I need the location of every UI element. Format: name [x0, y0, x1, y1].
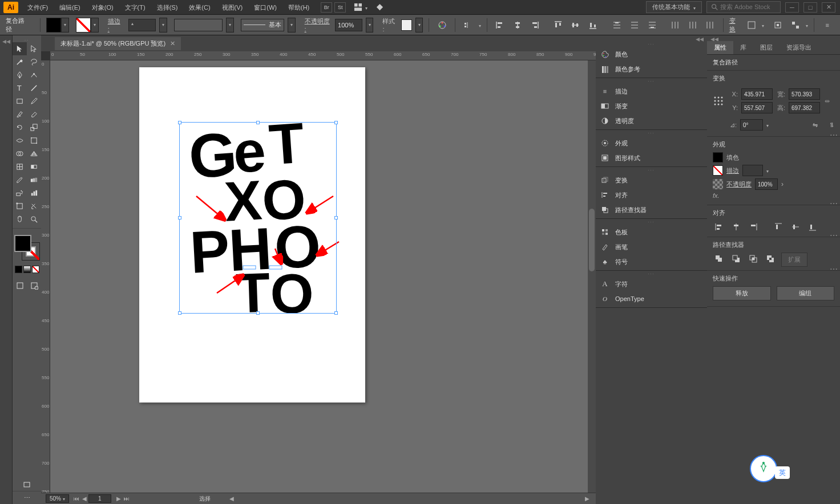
align-bottom-icon[interactable] — [586, 18, 600, 32]
stroke-weight-dropdown[interactable] — [159, 18, 167, 32]
dist-bottom-icon[interactable] — [645, 18, 659, 32]
menu-view[interactable]: 视图(V) — [216, 0, 249, 15]
menu-help[interactable]: 帮助(H) — [282, 0, 315, 15]
transform-label[interactable]: 变换 — [729, 17, 741, 34]
free-transform-tool[interactable] — [27, 134, 41, 147]
rp-align-top-icon[interactable] — [772, 221, 785, 233]
pf-minus-icon[interactable] — [730, 253, 742, 265]
stroke-ap-input[interactable] — [742, 165, 763, 176]
align-left-icon[interactable] — [493, 18, 507, 32]
stroke-swatch[interactable] — [76, 18, 91, 32]
rp-align-vcenter-icon[interactable] — [789, 221, 802, 233]
w-input[interactable]: 570.393 — [789, 88, 820, 100]
zoom-tool[interactable] — [27, 213, 41, 226]
menu-effect[interactable]: 效果(C) — [183, 0, 216, 15]
collapse-dock-icon[interactable]: ◂◂ — [696, 36, 704, 40]
fx-label[interactable]: fx. — [713, 192, 720, 199]
edit-contents-icon[interactable] — [789, 18, 803, 32]
angle-input[interactable]: 0° — [740, 119, 763, 131]
panel-appearance[interactable]: 外观 — [596, 136, 707, 151]
menu-file[interactable]: 文件(F) — [22, 0, 54, 15]
menu-edit[interactable]: 编辑(E) — [54, 0, 86, 15]
edit-toolbar-icon[interactable]: ⋯ — [13, 491, 41, 504]
curvature-tool[interactable] — [27, 68, 41, 82]
scroll-right-icon[interactable]: ▶ — [583, 495, 591, 503]
rp-align-right-icon[interactable] — [747, 221, 760, 233]
pf-expand-button[interactable]: 扩展 — [781, 253, 807, 267]
draw-normal-icon[interactable] — [13, 279, 27, 292]
menu-window[interactable]: 窗口(W) — [248, 0, 282, 15]
panel-gradient[interactable]: 渐变 — [596, 99, 707, 113]
opacity-ap-swatch[interactable] — [713, 179, 723, 189]
align-top-icon[interactable] — [551, 18, 565, 32]
workspace-dropdown[interactable]: 传统基本功能 — [646, 1, 702, 13]
gradient-mode-icon[interactable] — [23, 266, 31, 273]
column-graph-tool[interactable] — [27, 186, 41, 200]
perspective-grid-tool[interactable] — [27, 147, 41, 160]
recolor-icon[interactable] — [435, 18, 449, 32]
style-swatch[interactable] — [401, 19, 412, 31]
width-tool[interactable] — [13, 134, 27, 147]
fill-ap-swatch[interactable] — [713, 152, 723, 162]
canvas[interactable]: G e T X O P H O T O — [50, 60, 596, 493]
panel-pathfinder[interactable]: 路径查找器 — [596, 202, 707, 217]
pf-intersect-icon[interactable] — [747, 253, 760, 265]
brush-def[interactable]: 基本 — [241, 19, 284, 31]
tab-close-icon[interactable]: ✕ — [170, 40, 175, 47]
magic-wand-tool[interactable] — [13, 55, 27, 68]
line-tool[interactable] — [27, 82, 41, 95]
document-tab[interactable]: 未标题-1.ai* @ 50% (RGB/GPU 预览) ✕ — [55, 37, 181, 50]
panel-transparency[interactable]: 透明度 — [596, 113, 707, 128]
panel-swatches[interactable]: 色板 — [596, 225, 707, 239]
maximize-button[interactable]: □ — [803, 2, 817, 13]
dist-left-icon[interactable] — [668, 18, 682, 32]
panel-color-guide[interactable]: 颜色参考 — [596, 62, 707, 76]
last-artboard-icon[interactable]: ⏭ — [123, 495, 131, 503]
rectangle-tool[interactable] — [13, 95, 27, 108]
vertical-scrollbar[interactable] — [588, 60, 596, 493]
release-button[interactable]: 释放 — [713, 286, 771, 300]
toolbox-grip[interactable] — [13, 38, 41, 42]
eyedropper-tool[interactable] — [13, 173, 27, 186]
align-hcenter-icon[interactable] — [510, 18, 524, 32]
draw-behind-icon[interactable] — [27, 279, 41, 292]
panel-align[interactable]: 对齐 — [596, 188, 707, 202]
gradient-tool[interactable] — [27, 160, 41, 173]
opacity-dropdown[interactable] — [366, 18, 373, 32]
rp-align-bottom-icon[interactable] — [806, 221, 819, 233]
panel-transform[interactable]: 变换 — [596, 173, 707, 188]
close-button[interactable]: ✕ — [822, 2, 835, 13]
bridge-icon[interactable]: Br — [321, 2, 332, 13]
collapse-right-icon[interactable]: ◂◂ — [710, 36, 718, 40]
x-input[interactable]: 435.971 — [741, 88, 773, 100]
prev-artboard-icon[interactable]: ◀ — [80, 495, 88, 503]
style-dropdown[interactable] — [415, 18, 423, 32]
mesh-tool[interactable] — [13, 160, 27, 173]
zoom-dropdown[interactable]: 50% — [46, 494, 69, 503]
direct-select-tool[interactable] — [27, 42, 41, 55]
var-width-profile[interactable] — [174, 19, 223, 31]
panel-opentype[interactable]: OOpenType — [596, 291, 707, 306]
hand-tool[interactable] — [13, 213, 27, 226]
symbol-sprayer-tool[interactable] — [13, 186, 27, 200]
first-artboard-icon[interactable]: ⏮ — [72, 495, 80, 503]
flip-v-icon[interactable]: ⥮ — [829, 121, 834, 129]
dist-top-icon[interactable] — [610, 18, 624, 32]
fill-swatch[interactable] — [46, 18, 61, 32]
slice-tool[interactable] — [27, 200, 41, 213]
tab-layers[interactable]: 图层 — [753, 41, 780, 54]
paintbrush-tool[interactable] — [27, 95, 41, 108]
shaper-tool[interactable] — [13, 108, 27, 121]
artboard-tool[interactable] — [13, 200, 27, 213]
dist-vcenter-icon[interactable] — [628, 18, 642, 32]
h-input[interactable]: 697.382 — [789, 102, 820, 113]
artboard-number[interactable]: 1 — [88, 494, 111, 503]
next-artboard-icon[interactable]: ▶ — [115, 495, 123, 503]
pen-tool[interactable] — [13, 68, 27, 82]
fill-stroke-swatches[interactable] — [14, 235, 39, 260]
panel-stroke[interactable]: ≡描边 — [596, 84, 707, 99]
dock-grip[interactable]: ◂◂ — [2, 39, 10, 43]
arrange-icon[interactable] — [350, 0, 365, 15]
var-width-dropdown[interactable] — [226, 18, 233, 32]
transform-icon[interactable] — [744, 18, 758, 32]
